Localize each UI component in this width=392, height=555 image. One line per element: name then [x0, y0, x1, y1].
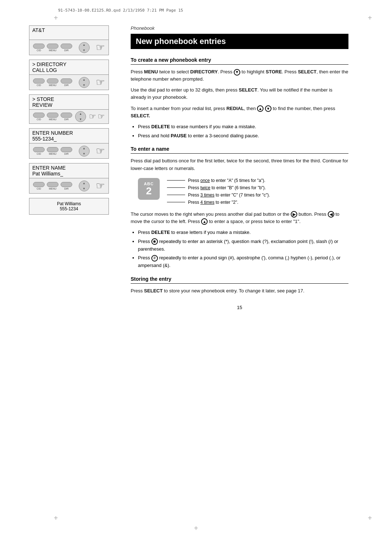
three-buttons-3: CID MENU DIR	[33, 113, 72, 121]
dir-btn-group-5: DIR	[61, 182, 72, 190]
cid-button-2[interactable]	[33, 78, 45, 84]
cid-label-1: CID	[37, 49, 41, 52]
abc-dash-2	[167, 187, 185, 188]
abc-dash-4	[167, 202, 185, 202]
screen-label-2: > DIRECTORY	[32, 61, 106, 67]
phone-display-1: AT&T CID MENU DIR	[29, 25, 109, 55]
star-icon: ✱	[151, 238, 158, 245]
crosshair-top-left: +	[54, 14, 58, 22]
nav-button-4[interactable]	[79, 146, 90, 157]
btn-row-2: CID MENU DIR ☞	[29, 75, 109, 90]
menu-btn-group-3: MENU	[47, 113, 58, 121]
menu-label-2: MENU	[49, 84, 57, 86]
abc-text-3: Press 3 times to enter "C" (7 times for …	[188, 193, 270, 198]
right-content-column: Phonebook New phonebook entries To creat…	[131, 25, 370, 314]
dir-label-3: DIR	[64, 118, 69, 121]
bullet-name-3: Press # repeatedly to enter a pound sign…	[138, 254, 348, 270]
phone-screen-3: > STORE REVIEW	[29, 94, 109, 110]
abc-dash-3	[167, 195, 185, 195]
dir-button-1[interactable]	[61, 44, 72, 49]
dir-label-2: DIR	[64, 84, 69, 86]
hand-pointer-4: ☞	[96, 145, 105, 157]
screen-label-5: ENTER NAME	[32, 165, 106, 171]
cid-button-5[interactable]	[33, 182, 45, 187]
screen-value-4: 555-1234_	[32, 136, 106, 142]
screen-value-2: CALL LOG	[32, 67, 106, 73]
cid-button-3[interactable]	[33, 113, 45, 118]
phone-display-5: ENTER NAME Pat Williams_ CID MENU DIR	[29, 163, 109, 194]
menu-button-1[interactable]	[47, 44, 58, 49]
dir-btn-group-4: DIR	[61, 147, 72, 155]
menu-btn-group-4: MENU	[47, 147, 58, 155]
cid-label-4: CID	[37, 153, 41, 155]
abc-text-2: Press twice to enter "B" (6 times for "b…	[188, 185, 266, 190]
abc-line-2: Press twice to enter "B" (6 times for "b…	[167, 185, 270, 190]
menu-button-5[interactable]	[47, 182, 58, 187]
down-arrow-icon-1: ▼	[234, 69, 240, 76]
section-title: Phonebook	[131, 25, 348, 31]
menu-button-4[interactable]	[47, 147, 58, 152]
screen-value-3: REVIEW	[32, 102, 106, 108]
main-title: New phonebook entries	[131, 34, 348, 49]
final-line2: 555-1234	[33, 206, 105, 211]
three-buttons-1: CID MENU DIR	[33, 44, 72, 52]
hand-3b: ☞	[98, 112, 105, 121]
dir-btn-group-1: DIR	[61, 44, 72, 52]
screen-label-3: > STORE	[32, 96, 106, 102]
dir-button-5[interactable]	[61, 182, 72, 187]
left-arrow-icon: ◀	[328, 211, 334, 218]
btn-row-1: CID MENU DIR ☞	[29, 40, 109, 55]
btn-row-3: CID MENU DIR ☞ ☞	[29, 110, 109, 124]
cid-label-3: CID	[37, 118, 41, 121]
three-buttons-5: CID MENU DIR	[33, 182, 72, 190]
nav-button-5[interactable]	[79, 181, 90, 191]
crosshair-bottom-right: +	[368, 514, 372, 522]
up-arrow-icon-1: ▲	[257, 105, 264, 112]
cid-button-1[interactable]	[33, 44, 45, 49]
btn-row-5: CID MENU DIR ☞	[29, 178, 109, 194]
double-hand-3: ☞ ☞	[89, 112, 105, 121]
up-arrow-icon-2: ▲	[201, 218, 208, 225]
dir-label-4: DIR	[64, 153, 69, 155]
menu-label-4: MENU	[49, 153, 57, 155]
bullet-name-1: Press DELETE to erase letters if you mak…	[138, 229, 348, 236]
menu-button-2[interactable]	[47, 78, 58, 84]
abc-lines-container: Press once to enter "A" (5 times for "a"…	[167, 178, 270, 205]
nav-button-1[interactable]	[79, 42, 90, 53]
crosshair-top-right: +	[368, 14, 372, 22]
para-create-2: Use the dial pad to enter up to 32 digit…	[131, 86, 348, 101]
cid-button-4[interactable]	[33, 147, 45, 152]
final-display-box: Pat Williams 555-1234	[29, 198, 109, 215]
abc-line-3: Press 3 times to enter "C" (7 times for …	[167, 193, 270, 198]
nav-button-3[interactable]	[75, 111, 86, 122]
dir-button-2[interactable]	[61, 78, 72, 84]
abc-dash-1	[167, 180, 185, 181]
down-arrow-icon-2: ▼	[265, 105, 271, 112]
screen-value-5: Pat Williams_	[32, 171, 106, 177]
page-container: + + + + 91-5743-10-00.E2125.RO.qxd 2/13/…	[0, 0, 392, 555]
three-buttons-4: CID MENU DIR	[33, 147, 72, 155]
menu-label-5: MENU	[49, 187, 57, 190]
phone-display-4: ENTER NUMBER 555-1234_ CID MENU DIR	[29, 128, 109, 159]
section-name: To enter a name Press dial pad buttons o…	[131, 146, 348, 270]
pound-icon: #	[151, 255, 158, 262]
screen-label-4: ENTER NUMBER	[32, 130, 106, 136]
nav-button-2[interactable]	[79, 77, 90, 88]
section-heading-name: To enter a name	[131, 146, 348, 154]
abc-text-4: Press 4 times to enter "2".	[188, 200, 238, 205]
para-create-1: Press MENU twice to select DIRECTORY. Pr…	[131, 68, 348, 83]
hand-pointer-2: ☞	[96, 76, 105, 88]
dir-button-3[interactable]	[61, 113, 72, 118]
menu-button-3[interactable]	[47, 113, 58, 118]
menu-btn-group-1: MENU	[47, 44, 58, 52]
para-create-3: To insert a number from your redial list…	[131, 105, 348, 119]
crosshair-bottom-left: +	[54, 514, 58, 522]
phone-screen-2: > DIRECTORY CALL LOG	[29, 60, 109, 75]
dir-btn-group-2: DIR	[61, 78, 72, 86]
dir-button-4[interactable]	[61, 147, 72, 152]
abc-text-1: Press once to enter "A" (5 times for "a"…	[188, 178, 265, 183]
hand-pointer-5: ☞	[96, 180, 105, 192]
section-heading-create: To create a new phonebook entry	[131, 57, 348, 65]
btn-row-4: CID MENU DIR ☞	[29, 143, 109, 159]
hand-pointer-1: ☞	[96, 41, 105, 53]
